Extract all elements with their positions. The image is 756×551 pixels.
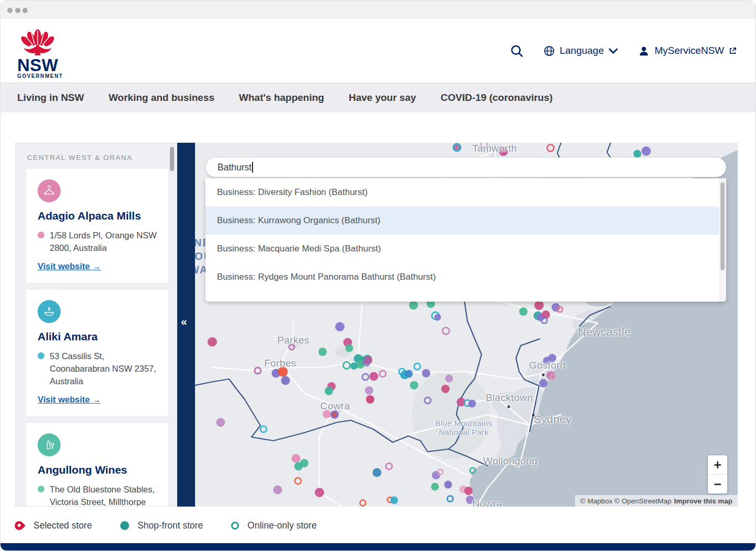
sidebar-collapse-button[interactable]: « xyxy=(177,143,195,507)
store-marker[interactable] xyxy=(273,486,282,495)
improve-map-link[interactable]: Improve this map xyxy=(674,497,732,505)
store-card[interactable]: Angullong WinesThe Old Bluestone Stables… xyxy=(26,423,168,507)
window-control-icon[interactable] xyxy=(7,8,13,13)
online-store-marker[interactable] xyxy=(546,144,555,152)
store-marker[interactable] xyxy=(365,386,373,395)
store-marker[interactable] xyxy=(366,395,374,404)
window-control-icon[interactable] xyxy=(22,8,28,13)
search-suggestion[interactable]: Business: Kurrawong Organics (Bathurst) xyxy=(205,206,726,235)
store-marker[interactable] xyxy=(539,379,547,387)
map-search-input[interactable]: Bathurst xyxy=(205,157,726,177)
search-value: Bathurst xyxy=(217,162,251,173)
map-place-label: Cowra xyxy=(320,400,350,412)
window-control-icon[interactable] xyxy=(15,8,20,13)
store-marker[interactable] xyxy=(315,488,324,497)
store-marker[interactable] xyxy=(642,146,651,156)
legend-item: Shop-front store xyxy=(120,520,203,531)
store-card[interactable]: Aliki Amara53 Cassilis St, Coonabarabran… xyxy=(26,290,168,416)
store-marker[interactable] xyxy=(292,454,301,463)
store-marker[interactable] xyxy=(346,345,353,352)
store-marker[interactable] xyxy=(444,481,452,489)
nav-item-3[interactable]: What's happening xyxy=(239,92,324,104)
store-marker[interactable] xyxy=(441,385,450,393)
dropdown-scrollbar-track[interactable] xyxy=(719,178,726,302)
store-marker[interactable] xyxy=(634,150,642,158)
store-marker[interactable] xyxy=(208,337,217,347)
dropdown-scrollbar-thumb[interactable] xyxy=(720,182,725,270)
store-address: The Old Bluestone Stables, Victoria Stre… xyxy=(38,483,157,507)
store-marker[interactable] xyxy=(434,314,441,321)
online-store-marker[interactable] xyxy=(333,412,337,417)
online-store-marker[interactable] xyxy=(442,327,450,335)
store-marker[interactable] xyxy=(350,362,358,370)
store-marker[interactable] xyxy=(318,348,327,356)
online-store-marker[interactable] xyxy=(550,374,557,381)
online-store-marker[interactable] xyxy=(437,469,444,476)
online-store-marker[interactable] xyxy=(294,477,302,485)
store-marker[interactable] xyxy=(335,322,345,331)
map-place-label: Blacktown xyxy=(486,392,533,404)
store-marker[interactable] xyxy=(422,369,430,377)
zoom-in-button[interactable]: + xyxy=(708,455,727,474)
oil-lamp-icon xyxy=(38,300,61,323)
store-marker[interactable] xyxy=(370,372,379,381)
search-suggestion[interactable]: Business: Rydges Mount Panorama Bathurst… xyxy=(205,263,726,291)
nav-item-4[interactable]: Have your say xyxy=(349,92,416,104)
search-button[interactable] xyxy=(510,44,524,58)
search-suggestion[interactable]: Business: Macquarie Medi Spa (Bathurst) xyxy=(205,235,726,263)
store-marker[interactable] xyxy=(409,301,418,310)
store-marker[interactable] xyxy=(216,418,225,427)
map-place-label: Gosford xyxy=(529,360,566,371)
store-marker[interactable] xyxy=(373,468,382,477)
store-address-text: 53 Cassilis St, Coonabarabran NSW 2357, … xyxy=(50,350,157,387)
nav-item-1[interactable]: Living in NSW xyxy=(17,92,84,104)
store-marker[interactable] xyxy=(281,376,290,385)
account-link[interactable]: MyServiceNSW xyxy=(638,45,737,57)
zoom-out-button[interactable]: − xyxy=(708,475,727,493)
legend-item: Selected store xyxy=(16,520,92,531)
search-icon xyxy=(510,44,524,58)
nav-item-5[interactable]: COVID-19 (coronavirus) xyxy=(441,92,553,104)
visit-website-link[interactable]: Visit website → xyxy=(38,395,101,404)
online-store-marker[interactable] xyxy=(362,373,370,381)
online-store-marker[interactable] xyxy=(342,361,351,370)
online-store-marker[interactable] xyxy=(414,363,421,371)
store-marker[interactable] xyxy=(468,400,476,408)
store-marker[interactable] xyxy=(455,145,460,150)
online-store-marker[interactable] xyxy=(254,367,262,375)
store-address-text: The Old Bluestone Stables, Victoria Stre… xyxy=(50,483,157,507)
online-store-marker[interactable] xyxy=(260,426,268,433)
map-zoom-control: + − xyxy=(708,455,727,493)
store-marker[interactable] xyxy=(410,381,418,389)
online-store-marker[interactable] xyxy=(424,397,432,405)
store-marker[interactable] xyxy=(405,370,413,378)
map-place-label: Newcastle xyxy=(578,326,631,338)
store-marker[interactable] xyxy=(294,462,303,470)
online-store-marker[interactable] xyxy=(359,499,366,507)
store-marker[interactable] xyxy=(431,483,439,491)
nav-item-2[interactable]: Working and business xyxy=(109,92,214,104)
online-store-marker[interactable] xyxy=(541,317,548,324)
online-store-marker[interactable] xyxy=(379,370,387,378)
town-dot-icon xyxy=(508,406,510,408)
legend-item: Online-only store xyxy=(231,520,316,531)
online-store-marker[interactable] xyxy=(469,467,476,474)
store-marker[interactable] xyxy=(445,375,453,383)
store-card[interactable]: Adagio Alpaca Mills1/58 Lords Pl, Orange… xyxy=(26,169,168,283)
online-store-marker[interactable] xyxy=(557,306,564,313)
store-map[interactable]: NEW SOUTH WALES TamworthParkesForbesCowr… xyxy=(195,143,738,507)
store-marker[interactable] xyxy=(519,307,528,316)
online-store-marker[interactable] xyxy=(363,359,371,366)
store-marker[interactable] xyxy=(325,387,333,395)
online-store-marker[interactable] xyxy=(385,463,393,470)
language-menu[interactable]: Language xyxy=(544,45,618,56)
search-suggestion[interactable]: Business: Diversity Fashion (Bathurst) xyxy=(205,178,726,206)
nsw-government-logo[interactable]: NSW GOVERNMENT xyxy=(17,24,75,79)
store-marker[interactable] xyxy=(464,487,473,495)
store-marker[interactable] xyxy=(534,301,544,310)
store-marker[interactable] xyxy=(391,497,398,504)
online-store-marker[interactable] xyxy=(446,495,454,502)
collapse-chevron-icon: « xyxy=(181,315,187,328)
visit-website-link[interactable]: Visit website → xyxy=(38,261,101,271)
sidebar-scrollbar[interactable] xyxy=(170,147,174,171)
